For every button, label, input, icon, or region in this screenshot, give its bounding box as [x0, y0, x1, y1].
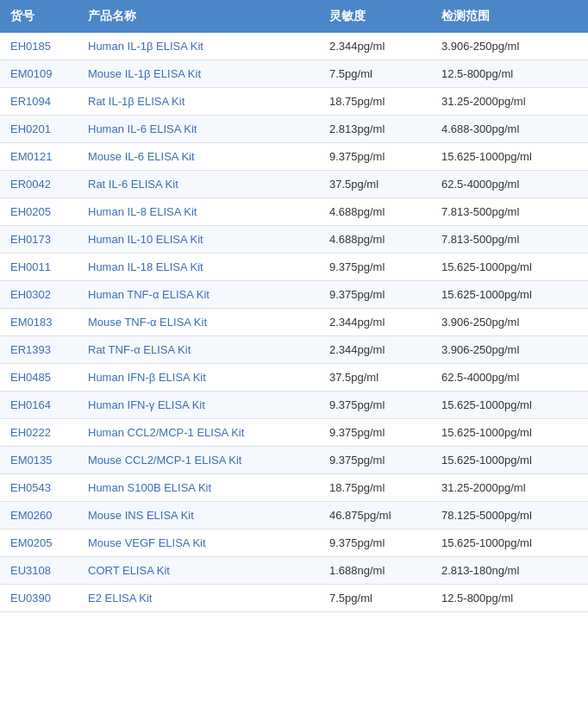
cell-product-id: ER1393 [0, 336, 78, 364]
cell-range: 15.625-1000pg/ml [431, 392, 588, 419]
col-header-id: 货号 [0, 0, 78, 33]
cell-range: 15.625-1000pg/ml [431, 529, 588, 557]
cell-sensitivity: 4.688pg/ml [319, 226, 431, 254]
cell-product-id: EH0543 [0, 474, 78, 502]
cell-product-name: Human CCL2/MCP-1 ELISA Kit [78, 419, 319, 447]
cell-range: 3.906-250pg/ml [431, 309, 588, 336]
cell-product-name: Human IL-6 ELISA Kit [78, 116, 319, 143]
cell-product-name: Mouse CCL2/MCP-1 ELISA Kit [78, 447, 319, 474]
cell-product-id: EM0109 [0, 60, 78, 88]
table-row: EU0390E2 ELISA Kit7.5pg/ml12.5-800pg/ml [0, 585, 588, 612]
table-row: EH0302Human TNF-α ELISA Kit9.375pg/ml15.… [0, 281, 588, 309]
table-row: EH0543Human S100B ELISA Kit18.75pg/ml31.… [0, 474, 588, 502]
cell-range: 15.625-1000pg/ml [431, 419, 588, 447]
cell-range: 15.625-1000pg/ml [431, 447, 588, 474]
cell-sensitivity: 2.344pg/ml [319, 33, 431, 60]
cell-product-name: Mouse IL-6 ELISA Kit [78, 143, 319, 171]
cell-product-id: EH0201 [0, 116, 78, 143]
table-row: EM0109Mouse IL-1β ELISA Kit7.5pg/ml12.5-… [0, 60, 588, 88]
cell-product-id: EM0260 [0, 502, 78, 529]
table-row: EU3108CORT ELISA Kit1.688ng/ml2.813-180n… [0, 557, 588, 585]
cell-sensitivity: 2.344pg/ml [319, 336, 431, 364]
table-row: EH0222Human CCL2/MCP-1 ELISA Kit9.375pg/… [0, 419, 588, 447]
cell-product-name: Mouse INS ELISA Kit [78, 502, 319, 529]
cell-range: 12.5-800pg/ml [431, 585, 588, 612]
table-header-row: 货号 产品名称 灵敏度 检测范围 [0, 0, 588, 33]
table-row: EM0121Mouse IL-6 ELISA Kit9.375pg/ml15.6… [0, 143, 588, 171]
cell-product-name: Mouse IL-1β ELISA Kit [78, 60, 319, 88]
cell-range: 2.813-180ng/ml [431, 557, 588, 585]
cell-product-id: EH0173 [0, 226, 78, 254]
cell-range: 12.5-800pg/ml [431, 60, 588, 88]
cell-product-name: Rat TNF-α ELISA Kit [78, 336, 319, 364]
cell-product-id: EM0121 [0, 143, 78, 171]
cell-product-name: E2 ELISA Kit [78, 585, 319, 612]
cell-product-id: EH0011 [0, 254, 78, 281]
cell-product-name: Rat IL-6 ELISA Kit [78, 171, 319, 198]
table-row: ER1393Rat TNF-α ELISA Kit2.344pg/ml3.906… [0, 336, 588, 364]
cell-product-id: EM0205 [0, 529, 78, 557]
cell-product-name: Human S100B ELISA Kit [78, 474, 319, 502]
cell-product-name: Human TNF-α ELISA Kit [78, 281, 319, 309]
cell-product-name: CORT ELISA Kit [78, 557, 319, 585]
cell-product-id: ER1094 [0, 88, 78, 116]
cell-range: 78.125-5000pg/ml [431, 502, 588, 529]
cell-range: 62.5-4000pg/ml [431, 171, 588, 198]
cell-range: 31.25-2000pg/ml [431, 88, 588, 116]
cell-product-id: EH0164 [0, 392, 78, 419]
cell-sensitivity: 2.813pg/ml [319, 116, 431, 143]
cell-product-id: EM0135 [0, 447, 78, 474]
cell-range: 31.25-2000pg/ml [431, 474, 588, 502]
cell-sensitivity: 9.375pg/ml [319, 447, 431, 474]
col-header-sensitivity: 灵敏度 [319, 0, 431, 33]
cell-product-name: Mouse VEGF ELISA Kit [78, 529, 319, 557]
cell-sensitivity: 9.375pg/ml [319, 529, 431, 557]
cell-range: 4.688-300pg/ml [431, 116, 588, 143]
cell-product-id: EH0302 [0, 281, 78, 309]
table-row: EM0135Mouse CCL2/MCP-1 ELISA Kit9.375pg/… [0, 447, 588, 474]
cell-sensitivity: 7.5pg/ml [319, 585, 431, 612]
cell-sensitivity: 46.875pg/ml [319, 502, 431, 529]
cell-sensitivity: 18.75pg/ml [319, 88, 431, 116]
cell-sensitivity: 4.688pg/ml [319, 198, 431, 226]
cell-product-id: EU0390 [0, 585, 78, 612]
table-row: ER1094Rat IL-1β ELISA Kit18.75pg/ml31.25… [0, 88, 588, 116]
table-row: EH0205Human IL-8 ELISA Kit4.688pg/ml7.81… [0, 198, 588, 226]
cell-sensitivity: 2.344pg/ml [319, 309, 431, 336]
cell-sensitivity: 9.375pg/ml [319, 392, 431, 419]
cell-product-name: Rat IL-1β ELISA Kit [78, 88, 319, 116]
elisa-kit-table: 货号 产品名称 灵敏度 检测范围 EH0185Human IL-1β ELISA… [0, 0, 588, 612]
cell-sensitivity: 7.5pg/ml [319, 60, 431, 88]
cell-sensitivity: 9.375pg/ml [319, 419, 431, 447]
cell-product-name: Human IL-8 ELISA Kit [78, 198, 319, 226]
table-row: EH0201Human IL-6 ELISA Kit2.813pg/ml4.68… [0, 116, 588, 143]
table-row: EH0485Human IFN-β ELISA Kit37.5pg/ml62.5… [0, 364, 588, 392]
cell-range: 15.625-1000pg/ml [431, 281, 588, 309]
col-header-range: 检测范围 [431, 0, 588, 33]
table-row: EH0173Human IL-10 ELISA Kit4.688pg/ml7.8… [0, 226, 588, 254]
table-row: EM0260Mouse INS ELISA Kit46.875pg/ml78.1… [0, 502, 588, 529]
table-row: EH0164Human IFN-γ ELISA Kit9.375pg/ml15.… [0, 392, 588, 419]
cell-product-name: Human IL-1β ELISA Kit [78, 33, 319, 60]
cell-product-id: EH0222 [0, 419, 78, 447]
cell-product-id: EU3108 [0, 557, 78, 585]
cell-sensitivity: 37.5pg/ml [319, 364, 431, 392]
cell-product-name: Human IL-18 ELISA Kit [78, 254, 319, 281]
cell-sensitivity: 9.375pg/ml [319, 143, 431, 171]
table-row: EH0011Human IL-18 ELISA Kit9.375pg/ml15.… [0, 254, 588, 281]
cell-sensitivity: 37.5pg/ml [319, 171, 431, 198]
cell-sensitivity: 9.375pg/ml [319, 254, 431, 281]
cell-product-id: EH0485 [0, 364, 78, 392]
cell-product-id: ER0042 [0, 171, 78, 198]
cell-sensitivity: 9.375pg/ml [319, 281, 431, 309]
table-row: EM0205Mouse VEGF ELISA Kit9.375pg/ml15.6… [0, 529, 588, 557]
cell-range: 15.625-1000pg/ml [431, 143, 588, 171]
cell-product-id: EH0205 [0, 198, 78, 226]
cell-range: 15.625-1000pg/ml [431, 254, 588, 281]
table-row: EH0185Human IL-1β ELISA Kit2.344pg/ml3.9… [0, 33, 588, 60]
cell-range: 3.906-250pg/ml [431, 336, 588, 364]
table-row: EM0183Mouse TNF-α ELISA Kit2.344pg/ml3.9… [0, 309, 588, 336]
cell-sensitivity: 1.688ng/ml [319, 557, 431, 585]
cell-product-name: Human IL-10 ELISA Kit [78, 226, 319, 254]
cell-sensitivity: 18.75pg/ml [319, 474, 431, 502]
